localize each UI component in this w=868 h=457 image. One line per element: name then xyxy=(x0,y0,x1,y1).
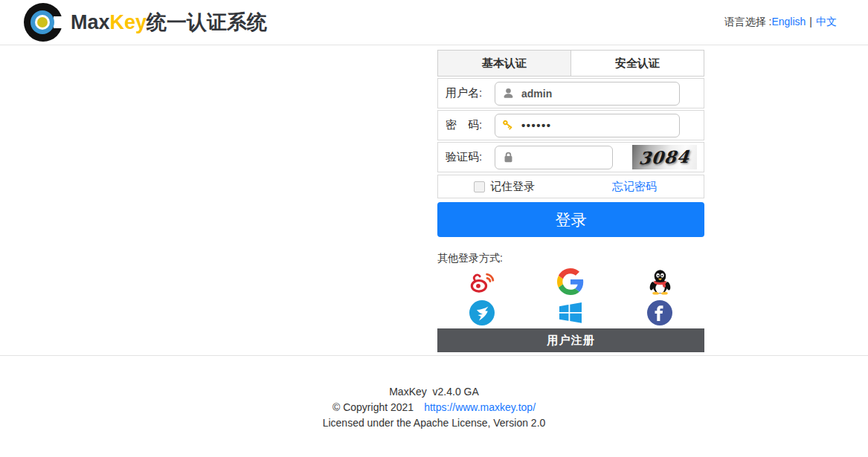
username-input-box xyxy=(495,82,680,106)
language-chinese-link[interactable]: 中文 xyxy=(816,16,837,27)
auth-tabs: 基本认证 安全认证 xyxy=(437,50,704,77)
username-row: 用户名: xyxy=(437,78,704,108)
brand-max: Max xyxy=(71,11,110,33)
register-button[interactable]: 用户注册 xyxy=(437,328,704,352)
qq-login-button[interactable] xyxy=(646,268,673,295)
dingtalk-login-button[interactable] xyxy=(469,299,495,326)
google-login-button[interactable] xyxy=(557,268,584,295)
weibo-login-button[interactable] xyxy=(469,268,495,295)
footer-copyright-line: © Copyright 2021https://www.maxkey.top/ xyxy=(0,400,868,415)
captcha-label: 验证码: xyxy=(446,150,495,164)
footer-maxkey-link[interactable]: https://www.maxkey.top/ xyxy=(424,401,536,413)
login-panel: 基本认证 安全认证 用户名: 密 码: xyxy=(437,50,704,352)
google-icon xyxy=(557,268,584,295)
password-input[interactable] xyxy=(521,119,672,132)
username-label: 用户名: xyxy=(446,86,495,100)
username-input[interactable] xyxy=(521,88,672,100)
tab-security-auth[interactable]: 安全认证 xyxy=(571,50,704,77)
brand-key: Key xyxy=(110,11,147,33)
dingtalk-icon xyxy=(469,300,495,325)
remember-row: 记住登录 忘记密码 xyxy=(437,175,704,198)
brand-suffix: 统一认证系统 xyxy=(147,11,267,33)
captcha-input-box xyxy=(495,146,613,169)
login-button[interactable]: 登录 xyxy=(437,202,704,237)
weibo-icon xyxy=(469,270,495,294)
password-input-box xyxy=(495,114,680,137)
maxkey-logo xyxy=(22,1,64,43)
captcha-image[interactable]: 3084 xyxy=(632,145,697,169)
captcha-input[interactable] xyxy=(521,152,605,163)
password-row: 密 码: xyxy=(437,110,704,140)
user-icon xyxy=(502,87,515,100)
footer-copyright: © Copyright 2021 xyxy=(332,401,414,413)
footer-license: Licensed under the Apache License, Versi… xyxy=(0,415,868,431)
key-icon xyxy=(502,119,515,132)
social-login-grid xyxy=(437,268,704,326)
facebook-login-button[interactable] xyxy=(646,299,673,326)
lock-icon xyxy=(502,151,515,163)
language-selector: 语言选择 :English|中文 xyxy=(724,16,837,29)
microsoft-login-button[interactable] xyxy=(557,299,584,326)
tab-basic-auth[interactable]: 基本认证 xyxy=(437,50,571,77)
page-title: MaxKey统一认证系统 xyxy=(71,9,267,36)
captcha-image-text: 3084 xyxy=(638,146,691,168)
main-area: 基本认证 安全认证 用户名: 密 码: xyxy=(0,45,868,356)
remember-label: 记住登录 xyxy=(490,180,535,194)
brand: MaxKey统一认证系统 xyxy=(22,1,267,43)
other-login-methods-label: 其他登录方式: xyxy=(437,252,704,265)
password-label: 密 码: xyxy=(446,118,495,132)
language-separator: | xyxy=(809,16,812,27)
captcha-row: 验证码: 3084 xyxy=(437,142,704,172)
microsoft-icon xyxy=(558,300,583,325)
forgot-password-link[interactable]: 忘记密码 xyxy=(612,180,657,194)
qq-icon xyxy=(648,269,672,295)
language-label: 语言选择 : xyxy=(724,16,772,27)
app-header: MaxKey统一认证系统 语言选择 :English|中文 xyxy=(0,0,868,45)
footer-version: MaxKey v2.4.0 GA xyxy=(0,384,868,400)
page-footer: MaxKey v2.4.0 GA © Copyright 2021https:/… xyxy=(0,356,868,431)
facebook-icon xyxy=(647,300,672,325)
remember-checkbox[interactable] xyxy=(474,181,485,192)
language-english-link[interactable]: English xyxy=(771,16,806,27)
